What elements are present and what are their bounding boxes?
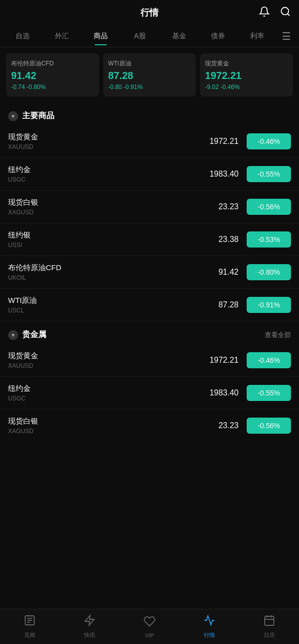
- item-price: 91.42: [203, 268, 239, 277]
- tab-zhaiquan[interactable]: 债券: [200, 28, 237, 45]
- bottom-nav-item-news[interactable]: 见闻: [0, 614, 60, 639]
- search-icon[interactable]: [280, 6, 291, 20]
- item-info-p-xauusd: 现货黄金 XAUUSD: [8, 351, 203, 369]
- tab-waihui[interactable]: 外汇: [43, 28, 81, 45]
- bottom-nav-item-market[interactable]: 行情: [179, 614, 239, 639]
- item-name: 现货白银: [8, 417, 203, 426]
- item-price: 1983.40: [203, 388, 239, 397]
- item-name: 现货白银: [8, 198, 203, 207]
- item-name: 现货黄金: [8, 132, 203, 142]
- main-list: 现货黄金 XAUUSD 1972.21 -0.46% 纽约金 USGC 1983…: [0, 125, 299, 321]
- item-info-xauusd: 现货黄金 XAUUSD: [8, 132, 203, 150]
- ticker-gold-price: 1972.21: [205, 70, 288, 82]
- item-code: UKOIL: [8, 274, 203, 281]
- list-item[interactable]: 布伦特原油CFD UKOIL 91.42 -0.80%: [0, 256, 299, 289]
- bottom-nav-item-vip[interactable]: VIP: [120, 615, 180, 638]
- list-item[interactable]: 现货黄金 XAUUSD 1972.21 -0.46%: [0, 125, 299, 158]
- section-title-precious: 贵金属: [22, 330, 46, 340]
- item-code: USCL: [8, 307, 203, 314]
- item-name: 现货黄金: [8, 351, 203, 361]
- market-icon: [203, 614, 215, 629]
- header-icons: [259, 6, 291, 20]
- item-code: XAGUSD: [8, 209, 203, 216]
- item-code: XAUUSD: [8, 362, 203, 369]
- item-change: -0.46%: [247, 352, 291, 368]
- item-name: 纽约金: [8, 384, 203, 393]
- list-item[interactable]: 现货黄金 XAUUSD 1972.21 -0.46%: [0, 344, 299, 377]
- bottom-nav-label-flash: 快讯: [84, 631, 95, 639]
- ticker-card-brent[interactable]: 布伦特原油CFD 91.42 -0.74 -0.80%: [6, 53, 99, 97]
- item-info-usgc: 纽约金 USGC: [8, 165, 203, 183]
- ticker-wti-name: WTI原油: [108, 59, 191, 68]
- collapse-main-icon[interactable]: [8, 111, 18, 121]
- bottom-nav-label-calendar: 日历: [264, 631, 275, 639]
- bottom-nav-item-flash[interactable]: 快讯: [60, 614, 120, 639]
- svg-rect-7: [265, 616, 274, 625]
- ticker-strip: 布伦特原油CFD 91.42 -0.74 -0.80% WTI原油 87.28 …: [0, 47, 299, 103]
- list-item[interactable]: 现货白银 XAGUSD 23.23 -0.56%: [0, 191, 299, 223]
- item-code: USGC: [8, 395, 203, 402]
- section-header-precious: 贵金属 查看全部: [0, 321, 299, 344]
- collapse-precious-icon[interactable]: [8, 330, 18, 340]
- item-change: -0.53%: [247, 231, 291, 248]
- item-price: 23.23: [203, 202, 239, 211]
- page-title: 行情: [140, 7, 159, 19]
- item-info-ukoil: 布伦特原油CFD UKOIL: [8, 263, 203, 281]
- tab-shangpin[interactable]: 商品: [82, 28, 119, 45]
- tab-agu[interactable]: A股: [121, 28, 159, 45]
- item-name: 纽约银: [8, 230, 203, 240]
- item-info-p-usgc: 纽约金 USGC: [8, 384, 203, 402]
- ticker-gold-change: -9.02 -0.46%: [205, 84, 288, 91]
- item-change: -0.46%: [247, 133, 291, 149]
- item-info-xagusd: 现货白银 XAGUSD: [8, 198, 203, 216]
- tab-zixuan[interactable]: 自选: [4, 28, 41, 45]
- ticker-card-gold[interactable]: 现货黄金 1972.21 -9.02 -0.46%: [200, 53, 293, 97]
- item-change: -0.55%: [247, 385, 291, 401]
- item-name: 布伦特原油CFD: [8, 263, 203, 273]
- svg-marker-6: [85, 615, 94, 625]
- item-change: -0.55%: [247, 166, 291, 182]
- item-price: 1972.21: [203, 137, 239, 146]
- ticker-brent-name: 布伦特原油CFD: [11, 59, 94, 68]
- calendar-icon: [263, 614, 275, 629]
- item-info-ussi: 纽约银 USSI: [8, 230, 203, 249]
- bottom-nav-label-market: 行情: [204, 631, 215, 639]
- ticker-card-wti[interactable]: WTI原油 87.28 -0.80 -0.91%: [103, 53, 196, 97]
- item-change: -0.91%: [247, 297, 291, 313]
- item-code: USGC: [8, 176, 203, 183]
- bottom-nav-label-news: 见闻: [24, 631, 35, 639]
- list-item[interactable]: 现货白银 XAGUSD 23.23 -0.56%: [0, 410, 299, 442]
- news-icon: [24, 614, 36, 629]
- ticker-wti-price: 87.28: [108, 70, 191, 82]
- item-code: XAGUSD: [8, 428, 203, 435]
- bottom-nav-item-calendar[interactable]: 日历: [239, 614, 299, 639]
- flash-icon: [84, 614, 96, 629]
- ticker-brent-price: 91.42: [11, 70, 94, 82]
- item-code: USSI: [8, 242, 203, 249]
- nav-more-icon[interactable]: ☰: [278, 26, 295, 46]
- section-header-main: 主要商品: [0, 103, 299, 125]
- svg-point-0: [281, 7, 289, 15]
- list-item[interactable]: 纽约银 USSI 23.38 -0.53%: [0, 223, 299, 256]
- item-name: WTI原油: [8, 296, 203, 305]
- list-item[interactable]: 纽约金 USGC 1983.40 -0.55%: [0, 377, 299, 410]
- item-price: 1972.21: [203, 356, 239, 365]
- tab-jijin[interactable]: 基金: [161, 28, 198, 45]
- ticker-wti-change: -0.80 -0.91%: [108, 84, 191, 91]
- item-change: -0.56%: [247, 418, 291, 434]
- item-price: 87.28: [203, 300, 239, 309]
- tab-lilv[interactable]: 利率: [239, 28, 276, 45]
- item-name: 纽约金: [8, 165, 203, 175]
- bottom-nav: 见闻 快讯 VIP 行情: [0, 609, 299, 644]
- vip-icon: [143, 615, 156, 630]
- notification-icon[interactable]: [259, 6, 270, 20]
- nav-tabs: 自选 外汇 商品 A股 基金 债券 利率 ☰: [0, 25, 299, 47]
- view-all-link[interactable]: 查看全部: [265, 331, 291, 340]
- item-price: 23.38: [203, 235, 239, 244]
- item-code: XAUUSD: [8, 143, 203, 150]
- list-item[interactable]: WTI原油 USCL 87.28 -0.91%: [0, 289, 299, 321]
- item-info-uscl: WTI原油 USCL: [8, 296, 203, 314]
- list-item[interactable]: 纽约金 USGC 1983.40 -0.55%: [0, 158, 299, 191]
- precious-list: 现货黄金 XAUUSD 1972.21 -0.46% 纽约金 USGC 1983…: [0, 344, 299, 442]
- item-info-p-xagusd: 现货白银 XAGUSD: [8, 417, 203, 435]
